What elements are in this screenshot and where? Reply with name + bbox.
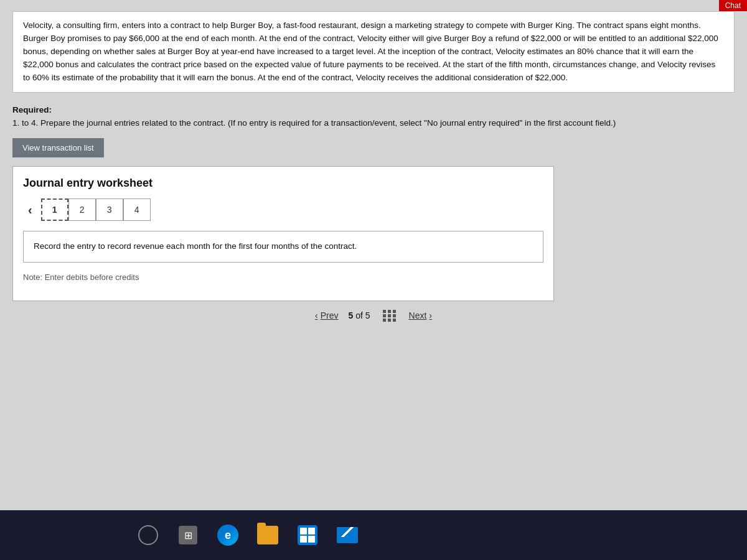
tab-buttons: 1 2 3 4 xyxy=(41,198,151,221)
prev-label: Prev xyxy=(321,310,339,320)
chat-button[interactable]: Chat xyxy=(719,0,747,11)
required-section: Required: 1. to 4. Prepare the journal e… xyxy=(12,104,735,130)
edge-browser-button[interactable]: e xyxy=(217,524,239,546)
edge-icon: e xyxy=(217,525,238,546)
mail-button[interactable] xyxy=(336,524,359,546)
worksheet-title: Journal entry worksheet xyxy=(23,177,543,190)
search-icon: ⊞ xyxy=(179,526,197,544)
tab-4[interactable]: 4 xyxy=(123,198,151,221)
microsoft-store-button[interactable] xyxy=(296,524,319,546)
required-heading: Required: 1. to 4. Prepare the journal e… xyxy=(12,104,735,130)
prev-arrow-icon: ‹ xyxy=(315,310,318,320)
windows-start-button[interactable] xyxy=(137,524,159,546)
grid-icon[interactable] xyxy=(383,310,397,322)
pagination-info: 5 of 5 xyxy=(348,310,370,320)
search-taskbar-button[interactable]: ⊞ xyxy=(177,524,199,546)
next-label: Next xyxy=(409,310,427,320)
main-content: Chat Velocity, a consulting firm, enters… xyxy=(0,0,747,510)
next-arrow-icon: › xyxy=(429,310,432,320)
prev-tab-arrow[interactable]: ‹ xyxy=(23,202,37,218)
tab-2[interactable]: 2 xyxy=(68,198,96,221)
tab-3[interactable]: 3 xyxy=(96,198,123,221)
mail-icon xyxy=(337,527,358,543)
problem-text-box: Velocity, a consulting firm, enters into… xyxy=(12,11,735,93)
tab-navigation: ‹ 1 2 3 4 › xyxy=(23,198,543,221)
journal-worksheet: Journal entry worksheet ‹ 1 2 3 4 › Reco… xyxy=(12,166,554,301)
tab-1[interactable]: 1 xyxy=(41,198,68,221)
instruction-text: Record the entry to record revenue each … xyxy=(34,241,357,251)
pagination-row: ‹ Prev 5 of 5 Next › xyxy=(12,306,735,325)
view-transaction-button[interactable]: View transaction list xyxy=(12,138,104,157)
windows-circle-icon xyxy=(138,525,158,545)
store-icon xyxy=(298,525,317,545)
taskbar: ⊞ e xyxy=(0,510,747,560)
problem-paragraph: Velocity, a consulting firm, enters into… xyxy=(23,19,724,85)
prev-button[interactable]: ‹ Prev xyxy=(315,310,338,320)
file-explorer-button[interactable] xyxy=(256,524,279,546)
worksheet-instruction: Record the entry to record revenue each … xyxy=(23,231,543,262)
note-text: Note: Enter debits before credits xyxy=(23,273,543,282)
folder-icon xyxy=(257,526,278,544)
next-button[interactable]: Next › xyxy=(409,310,432,320)
current-page: 5 xyxy=(348,310,353,320)
